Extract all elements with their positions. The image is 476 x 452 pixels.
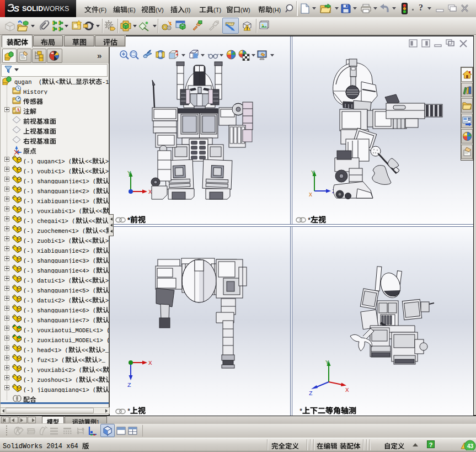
svg-text:WORKS: WORKS bbox=[43, 5, 69, 13]
svg-text:X: X bbox=[345, 387, 349, 393]
svg-text:Z: Z bbox=[309, 390, 313, 397]
svg-text:Y: Y bbox=[311, 169, 315, 176]
svg-text:S: S bbox=[14, 4, 19, 13]
svg-text:A: A bbox=[17, 107, 20, 113]
svg-text:43: 43 bbox=[467, 443, 474, 449]
svg-text:SOLID: SOLID bbox=[22, 5, 43, 13]
svg-text:X: X bbox=[309, 192, 312, 198]
svg-text:Y: Y bbox=[325, 360, 329, 366]
svg-text:Y: Y bbox=[127, 170, 131, 177]
svg-text:Z: Z bbox=[127, 382, 131, 389]
